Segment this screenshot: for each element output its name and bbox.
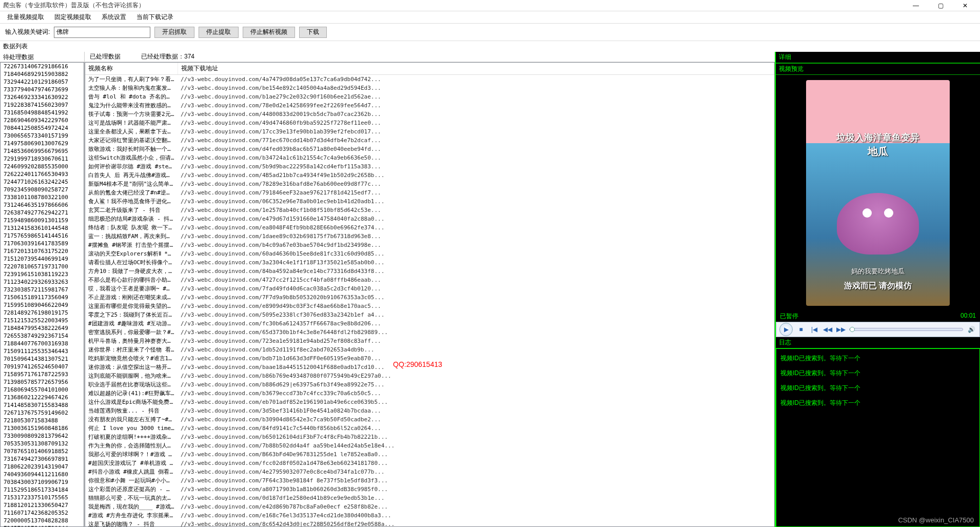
table-row[interactable]: 职业选手届然在比赛现场玩这些游戏...//v3-webc.douyinvod.c… xyxy=(85,380,774,389)
minimize-button[interactable]: — xyxy=(904,1,928,11)
table-row[interactable]: 太空狼人杀：射狼和内鬼在案发现场...//v3-webc.douyinvod.c… xyxy=(85,84,774,92)
table-row[interactable]: 哎，我看这个王者是要凉啊~ #游戏...//v3-webc.douyinvod.… xyxy=(85,284,774,293)
list-item[interactable]: 7180622023914319047 xyxy=(1,463,84,471)
col-video-url[interactable]: 视频下载地址 xyxy=(178,63,774,75)
list-item[interactable]: 7326469233341630922 xyxy=(1,93,84,101)
table-row[interactable]: 不止是游戏：刚刚还在嘲笑未成年人...//v3-webc.douyinvod.c… xyxy=(85,293,774,302)
list-item[interactable]: 7188120121330650427 xyxy=(1,501,84,509)
table-row[interactable]: 打破初夏的逆组啊!++++游戏杂谈 #你...//v3-webc.douyinv… xyxy=(85,433,774,441)
table-row[interactable]: 你很意和#小舞 一起玩吗#小小游乐...//v3-webc.douyinvod.… xyxy=(85,476,774,485)
table-row[interactable]: 大家还记得红警里的基诺沃空翻嘛✧...//v3-webc.douyinvod.c… xyxy=(85,136,774,145)
table-row[interactable]: 鬼泣为什么能带来没有挫败感的挑战...//v3-webc.douyinvod.c… xyxy=(85,101,774,110)
table-row[interactable]: #团建游戏 #趣味游戏 #互动游戏 #1...//v3-webc.douyinv… xyxy=(85,319,774,328)
list-item[interactable]: 7167201310763175220 xyxy=(1,247,84,255)
table-row[interactable]: #抖音小游戏 #橡皮人跳皿 倒看跳皿...//v3-webc.douyinvod… xyxy=(85,467,774,476)
list-item[interactable]: 7244771026163242245 xyxy=(1,178,84,186)
list-item[interactable]: 7168069455704101000 xyxy=(1,386,84,394)
list-item[interactable]: 7330090809281379642 xyxy=(1,432,84,440)
list-item[interactable]: 7116071742368205352 xyxy=(1,509,84,517)
list-item[interactable]: 7092345908090258727 xyxy=(1,186,84,193)
list-item[interactable]: 7323038572115981767 xyxy=(1,286,84,294)
table-row[interactable]: 迷你游戏：从借空探出这一格开始，...//v3-webc.douyinvod.c… xyxy=(85,363,774,372)
list-item[interactable]: 7281489276198019175 xyxy=(1,309,84,317)
table-row[interactable]: 致敬游戏：我好长时间不触一个人...//v3-webc.douyinvod.co… xyxy=(85,145,774,153)
list-item[interactable]: 7263874927762942271 xyxy=(1,209,84,217)
table-row[interactable]: 零度之下25：我碰到了体长近百米的...//v3-webc.douyinvod.… xyxy=(85,310,774,319)
table-row[interactable]: 食人鲨！我不停地觅食终于进化成功...//v3-webc.douyinvod.c… xyxy=(85,197,774,206)
list-item[interactable]: 7115295186517334184 xyxy=(1,486,84,494)
table-row[interactable]: 密室逃脱系列，你最爱哪一款？#游...//v3-webc.douyinvod.c… xyxy=(85,328,774,337)
menu-download-log[interactable]: 当前下载记录 xyxy=(131,11,179,24)
list-item[interactable]: 7141485830715583488 xyxy=(1,401,84,409)
maximize-button[interactable]: ▢ xyxy=(929,1,952,11)
list-item[interactable]: 7192283874156023097 xyxy=(1,101,84,109)
list-item[interactable]: 7338101108780322100 xyxy=(1,193,84,201)
list-item[interactable]: 7265538749292367154 xyxy=(1,332,84,340)
list-item[interactable]: 7150615189117356049 xyxy=(1,294,84,301)
menu-system-settings[interactable]: 系统设置 xyxy=(96,11,131,24)
list-item[interactable]: 7139805785772657956 xyxy=(1,378,84,386)
list-item[interactable]: 7239196151038119223 xyxy=(1,270,84,278)
list-item[interactable]: 7286904609342229760 xyxy=(1,116,84,124)
list-item[interactable]: 7149758069013007629 xyxy=(1,140,84,147)
table-row[interactable]: 曾与 #lol 和 #dota 齐名的游戏...//v3-webc.douyin… xyxy=(85,92,774,101)
list-item[interactable]: 7267137675759149602 xyxy=(1,409,84,417)
table-row[interactable]: 这个彩蛋的还原度还挺高的 - 抖音//v3-webc.douyinvod.com… xyxy=(85,485,774,494)
table-row[interactable]: #超国庆没游戏玩了 #单机游戏 #st...//v3-webc.douyinvo… xyxy=(85,459,774,467)
list-item[interactable]: 7312464635197866606 xyxy=(1,201,84,209)
list-item[interactable]: 7151215325522003495 xyxy=(1,317,84,324)
table-row[interactable]: 请看位描人在过场OC时长得像个人#...//v3-webc.douyinvod.… xyxy=(85,258,774,267)
table-row[interactable]: 这是飞扬的唿嗨？ - 抖音//v3-webc.douyinvod.com/8c6… xyxy=(85,520,774,527)
menu-fixed-extract[interactable]: 固定视频提取 xyxy=(49,11,96,24)
table-row[interactable]: 滚动的天空Explorers解析Ⅱ ******...//v3-webc.dou… xyxy=(85,249,774,258)
play-button[interactable]: ▶ xyxy=(779,323,793,336)
table-row[interactable]: #摆摊鱼 #钢琴派 打击垫个摇摆狗狗...//v3-webc.douyinvod… xyxy=(85,241,774,249)
list-item[interactable]: 7316749427306697891 xyxy=(1,455,84,463)
list-item[interactable]: 7246099202885535000 xyxy=(1,163,84,170)
start-crawl-button[interactable]: 开启抓取 xyxy=(154,27,194,38)
stop-button[interactable]: ■ xyxy=(796,324,806,335)
list-item[interactable]: 7404936094411211680 xyxy=(1,471,84,478)
table-row[interactable]: 从前的氪金大佬已经没了#n#逆水寒#...//v3-webc.douyinvod… xyxy=(85,188,774,197)
list-item[interactable]: 7136860212229467426 xyxy=(1,394,84,401)
list-item[interactable]: 7148536069956679695 xyxy=(1,147,84,155)
table-row[interactable]: 何止 I love you 3000 times #钢铁侠 #...//v3-w… xyxy=(85,424,774,433)
list-item[interactable]: 7200000513704828288 xyxy=(1,517,84,524)
stop-parse-button[interactable]: 停止解析视频 xyxy=(243,27,295,38)
table-row[interactable]: #游戏 #方舟生存进化 李宗摇果然是...//v3-webc.douyinvod… xyxy=(85,511,774,520)
list-item[interactable]: 7184046892915903882 xyxy=(1,70,84,78)
col-video-name[interactable]: 视频名称 xyxy=(85,63,178,75)
list-item[interactable]: 7131241583610144548 xyxy=(1,224,84,232)
table-row[interactable]: 猫猫那么可爱，不玩一玩真的太可惜...//v3-webc.douyinvod.c… xyxy=(85,494,774,502)
list-item[interactable]: 7084412508554972424 xyxy=(1,124,84,132)
table-row[interactable]: 如何评价谢菲尔德 #游戏 #steam游...//v3-webc.douyinv… xyxy=(85,162,774,171)
list-item[interactable]: 7159951089046622049 xyxy=(1,301,84,309)
list-item[interactable]: 7291999718930670611 xyxy=(1,155,84,163)
download-button[interactable]: 下载 xyxy=(299,27,327,38)
table-row[interactable]: 当雄莲遇到牧童... - 抖音//v3-webc.douyinvod.com/3… xyxy=(85,406,774,415)
rewind-button[interactable]: ◀◀ xyxy=(822,324,833,335)
table-row[interactable]: 这什么游戏是Epic商场不能免费送...//v3-webc.douyinvod.… xyxy=(85,398,774,406)
table-row[interactable]: 这里面有哪些是你觉得最失望的跳票...//v3-webc.douyinvod.c… xyxy=(85,302,774,310)
list-item[interactable]: 7226731406729186616 xyxy=(1,63,84,70)
list-item[interactable]: 7170630391641783589 xyxy=(1,240,84,247)
table-row[interactable]: 吃妈新宠物竟然会喷火？#谁言1v4 ...//v3-webc.douyinvod… xyxy=(85,354,774,363)
list-item[interactable]: 7130036151960848186 xyxy=(1,424,84,432)
table-row[interactable]: 这些Switch游戏虽然小众，但请务必...//v3-webc.douyinvo… xyxy=(85,153,774,162)
list-item[interactable]: 7337794047974673699 xyxy=(1,86,84,93)
pending-id-list[interactable]: 7226731406729186616718404689291590388273… xyxy=(0,62,84,527)
list-item[interactable]: 7316850498848541992 xyxy=(1,109,84,116)
list-item[interactable]: 7329442210129186057 xyxy=(1,78,84,86)
list-item[interactable]: 7262224011766530493 xyxy=(1,170,84,178)
list-item[interactable]: 7188440776700316938 xyxy=(1,340,84,347)
table-row[interactable]: 这里全条都没人买，果断拿下去开箱...//v3-webc.douyinvod.c… xyxy=(85,127,774,136)
table-row[interactable]: 这可是战场啊！武器能不能严肃点！...//v3-webc.douyinvod.c… xyxy=(85,119,774,127)
list-item[interactable]: 7184847995438222649 xyxy=(1,324,84,332)
volume-icon[interactable]: 🔊 xyxy=(966,324,976,335)
keyword-input[interactable] xyxy=(54,27,150,38)
table-row[interactable]: 白首失人 后 再无斗战佛#游戏杂谈 #...//v3-webc.douyinvo… xyxy=(85,171,774,180)
table-row[interactable]: 我是梅西，现在我的____ #游戏精...//v3-webc.douyinvod… xyxy=(85,502,774,511)
list-item[interactable]: 7300656573340157199 xyxy=(1,132,84,140)
list-item[interactable]: 7078765101406918852 xyxy=(1,447,84,455)
stop-extract-button[interactable]: 停止提取 xyxy=(199,27,239,38)
